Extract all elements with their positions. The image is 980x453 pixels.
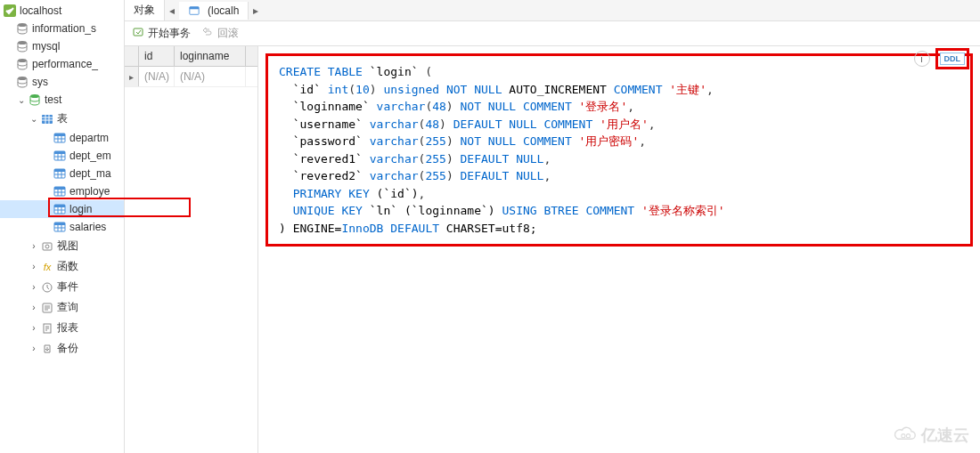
functions-folder[interactable]: ›fx函数 — [0, 256, 124, 277]
svg-point-49 — [906, 434, 910, 438]
transaction-icon — [132, 26, 144, 41]
table-node-login[interactable]: login — [0, 200, 124, 218]
database-icon — [16, 76, 29, 88]
queries-folder[interactable]: ›查询 — [0, 297, 124, 318]
tab-next-button[interactable]: ▸ — [249, 4, 263, 17]
tables-label: 表 — [57, 111, 68, 126]
watermark-text: 亿速云 — [921, 425, 969, 446]
grid-header-row: id loginname — [125, 46, 257, 67]
ddl-code-box[interactable]: CREATE TABLE `login` ( `id` int(10) unsi… — [265, 53, 973, 247]
table-icon — [53, 150, 66, 162]
connection-label: localhost — [20, 4, 61, 17]
db-node-performance[interactable]: performance_ — [0, 55, 124, 73]
clock-icon — [41, 281, 53, 294]
reports-folder[interactable]: ›报表 — [0, 318, 124, 338]
cell-loginname[interactable]: (N/A) — [175, 67, 246, 86]
svg-rect-21 — [54, 169, 65, 172]
chevron-right-icon[interactable]: › — [29, 282, 39, 293]
tab-current[interactable]: (localh — [179, 2, 249, 20]
db-node-mysql[interactable]: mysql — [0, 37, 124, 55]
chevron-down-icon[interactable]: ⌄ — [29, 114, 39, 125]
views-label: 视图 — [57, 239, 78, 254]
ddl-panel: i DDL CREATE TABLE `login` ( `id` int(10… — [258, 46, 980, 453]
table-node-deptma[interactable]: dept_ma — [0, 165, 124, 182]
db-tree-sidebar: localhost information_s mysql performanc… — [0, 0, 125, 453]
main-panel: 对象 ◂ (localh ▸ 开始事务 回滚 id loginname ▸ (N… — [125, 0, 980, 453]
table-icon — [53, 203, 66, 215]
svg-rect-40 — [43, 243, 52, 250]
connection-icon — [4, 4, 16, 17]
tabs-bar: 对象 ◂ (localh ▸ — [125, 0, 980, 21]
tab-prev-button[interactable]: ◂ — [165, 4, 179, 17]
svg-point-3 — [18, 77, 27, 80]
table-icon — [188, 4, 200, 17]
chevron-right-icon[interactable]: › — [29, 344, 39, 354]
chevron-right-icon[interactable]: › — [29, 241, 39, 252]
svg-rect-46 — [190, 6, 199, 9]
svg-rect-31 — [54, 205, 65, 207]
tab-label: 对象 — [134, 3, 155, 18]
table-group-icon — [41, 113, 53, 125]
table-icon — [53, 185, 66, 198]
table-label: dept_em — [69, 150, 111, 162]
cell-id[interactable]: (N/A) — [139, 67, 175, 86]
table-icon — [53, 167, 66, 180]
toolbar: 开始事务 回滚 — [125, 21, 980, 46]
views-folder[interactable]: ›视图 — [0, 236, 124, 256]
table-label: dept_ma — [69, 167, 111, 180]
connection-node[interactable]: localhost — [0, 2, 124, 20]
table-label: salaries — [69, 221, 106, 233]
row-marker-header — [125, 46, 139, 66]
db-node-sys[interactable]: sys — [0, 73, 124, 91]
chevron-right-icon[interactable]: › — [29, 303, 39, 313]
rollback-button[interactable]: 回滚 — [201, 26, 239, 41]
tab-objects[interactable]: 对象 — [125, 0, 165, 20]
backup-folder[interactable]: ›备份 — [0, 338, 124, 359]
col-header-id[interactable]: id — [139, 46, 175, 66]
queries-label: 查询 — [57, 300, 78, 315]
query-icon — [41, 302, 53, 314]
svg-point-1 — [18, 41, 27, 44]
col-header-loginname[interactable]: loginname — [175, 46, 246, 66]
svg-rect-36 — [54, 222, 65, 225]
table-node-departm[interactable]: departm — [0, 129, 124, 147]
chevron-right-icon[interactable]: › — [29, 262, 39, 272]
db-node-test[interactable]: ⌄test — [0, 91, 124, 109]
grid-row[interactable]: ▸ (N/A) (N/A) — [125, 67, 257, 87]
table-label: departm — [69, 132, 109, 144]
database-icon — [29, 93, 41, 106]
events-folder[interactable]: ›事件 — [0, 277, 124, 297]
info-button[interactable]: i — [914, 51, 930, 67]
tables-folder[interactable]: ⌄表 — [0, 109, 124, 129]
svg-rect-11 — [54, 133, 65, 136]
svg-point-4 — [30, 94, 39, 98]
cloud-icon — [893, 426, 918, 444]
table-node-salaries[interactable]: salaries — [0, 218, 124, 236]
db-node-information[interactable]: information_s — [0, 20, 124, 37]
database-icon — [16, 40, 29, 53]
db-label: information_s — [32, 22, 96, 35]
database-icon — [16, 58, 29, 70]
svg-point-0 — [18, 23, 27, 27]
svg-point-48 — [902, 434, 905, 438]
svg-point-2 — [18, 59, 27, 62]
btn-label: 回滚 — [217, 26, 239, 41]
rollback-icon — [201, 26, 214, 41]
functions-label: 函数 — [57, 259, 78, 274]
events-label: 事件 — [57, 279, 78, 295]
database-icon — [16, 22, 29, 35]
table-node-employe[interactable]: employe — [0, 182, 124, 200]
data-grid: id loginname ▸ (N/A) (N/A) — [125, 46, 258, 453]
svg-rect-5 — [42, 115, 53, 124]
svg-point-41 — [45, 245, 49, 248]
db-label: performance_ — [32, 58, 98, 70]
db-label: mysql — [32, 40, 60, 53]
watermark: 亿速云 — [893, 425, 969, 446]
ddl-button[interactable]: DDL — [940, 53, 966, 65]
table-node-deptem[interactable]: dept_em — [0, 147, 124, 165]
begin-transaction-button[interactable]: 开始事务 — [132, 26, 191, 41]
db-label: test — [45, 93, 61, 106]
backup-icon — [41, 343, 53, 355]
chevron-down-icon[interactable]: ⌄ — [16, 94, 27, 105]
chevron-right-icon[interactable]: › — [29, 323, 39, 334]
